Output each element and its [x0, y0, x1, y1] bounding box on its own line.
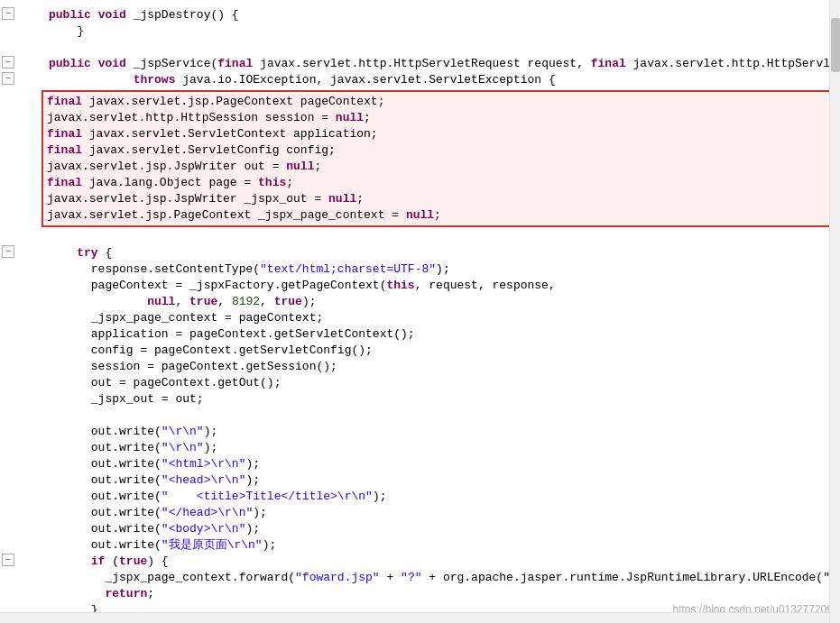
line-wrapper: config = pageContext.getServletConfig();: [0, 343, 840, 359]
line-wrapper: − try {: [0, 245, 840, 261]
table-row: final javax.servlet.ServletConfig config…: [47, 142, 835, 159]
table-row: final java.lang.Object page = this;: [47, 175, 835, 191]
line-wrapper: −public void _jspService(final javax.ser…: [0, 56, 840, 72]
fold-area: −: [0, 7, 16, 20]
line-content: if (true) {: [42, 554, 840, 570]
line-content: try {: [42, 245, 840, 261]
line-content: return;: [42, 586, 840, 602]
line-content: }: [42, 23, 840, 40]
table-row: javax.servlet.http.HttpSession session =…: [47, 110, 835, 126]
line-content: out = pageContext.getOut();: [42, 375, 840, 391]
line-wrapper: _jspx_out = out;: [0, 391, 840, 408]
line-content: public void _jspService(final javax.serv…: [42, 56, 840, 72]
line-wrapper: − if (true) {: [0, 554, 840, 570]
line-wrapper: out.write("</head>\r\n");: [0, 505, 840, 521]
line-content: out.write("</head>\r\n");: [42, 505, 840, 521]
line-wrapper: pageContext = _jspxFactory.getPageContex…: [0, 278, 840, 294]
table-row: final javax.servlet.ServletContext appli…: [47, 126, 835, 142]
vertical-scrollbar[interactable]: [829, 0, 840, 623]
table-row: final javax.servlet.jsp.PageContext page…: [47, 94, 835, 110]
line-wrapper: out.write("\r\n");: [0, 424, 840, 440]
line-content: out.write("\r\n");: [42, 424, 840, 440]
line-wrapper: out.write("我是原页面\r\n");: [0, 537, 840, 554]
line-wrapper: out.write("<body>\r\n");: [0, 521, 840, 537]
line-wrapper: out = pageContext.getOut();: [0, 375, 840, 391]
line-wrapper: application = pageContext.getServletCont…: [0, 326, 840, 343]
line-content: config = pageContext.getServletConfig();: [42, 343, 840, 359]
line-wrapper: }: [0, 23, 840, 40]
table-row: javax.servlet.jsp.JspWriter out = null;: [47, 159, 835, 175]
line-content: application = pageContext.getServletCont…: [42, 326, 840, 343]
fold-icon[interactable]: −: [2, 56, 14, 69]
line-wrapper: session = pageContext.getSession();: [0, 359, 840, 375]
fold-area: −: [0, 554, 16, 566]
line-wrapper: −public void _jspDestroy() {: [0, 7, 840, 23]
line-wrapper: null, true, 8192, true);: [0, 294, 840, 310]
code-editor: −public void _jspDestroy() { }−public vo…: [0, 0, 840, 623]
line-wrapper: _jspx_page_context.forward("foward.jsp" …: [0, 570, 840, 586]
horizontal-scrollbar[interactable]: [0, 612, 829, 623]
table-row: javax.servlet.jsp.JspWriter _jspx_out = …: [47, 191, 835, 207]
line-content: public void _jspDestroy() {: [42, 7, 840, 23]
line-content: out.write(" <title>Title</title>\r\n");: [42, 489, 840, 505]
line-content: out.write("<html>\r\n");: [42, 456, 840, 472]
table-row: javax.servlet.jsp.PageContext _jspx_page…: [47, 207, 835, 224]
line-wrapper: out.write("<html>\r\n");: [0, 456, 840, 472]
fold-icon[interactable]: −: [2, 7, 14, 20]
line-wrapper: [0, 408, 840, 424]
line-wrapper: out.write("<head>\r\n");: [0, 472, 840, 489]
fold-icon[interactable]: −: [2, 72, 14, 85]
line-wrapper: response.setContentType("text/html;chars…: [0, 261, 840, 278]
line-content: response.setContentType("text/html;chars…: [42, 261, 840, 278]
line-content: null, true, 8192, true);: [42, 294, 840, 310]
line-content: _jspx_out = out;: [42, 391, 840, 408]
scrollbar-thumb[interactable]: [831, 18, 840, 72]
line-content: pageContext = _jspxFactory.getPageContex…: [42, 278, 840, 294]
line-wrapper: out.write("\r\n");: [0, 440, 840, 456]
line-content: throws java.io.IOException, javax.servle…: [42, 72, 840, 88]
fold-area: −: [0, 245, 16, 258]
line-content: _jspx_page_context.forward("foward.jsp" …: [42, 570, 840, 586]
line-wrapper: [0, 229, 840, 245]
line-content: out.write("我是原页面\r\n");: [42, 537, 840, 554]
line-wrapper: [0, 40, 840, 56]
line-wrapper: _jspx_page_context = pageContext;: [0, 310, 840, 326]
fold-icon[interactable]: −: [2, 245, 14, 258]
line-wrapper: return;: [0, 586, 840, 602]
line-content: out.write("<head>\r\n");: [42, 472, 840, 489]
fold-icon[interactable]: −: [2, 554, 14, 566]
highlighted-block: final javax.servlet.jsp.PageContext page…: [42, 90, 840, 227]
fold-area: −: [0, 72, 16, 85]
line-content: session = pageContext.getSession();: [42, 359, 840, 375]
line-content: out.write("\r\n");: [42, 440, 840, 456]
line-wrapper: − throws java.io.IOException, javax.serv…: [0, 72, 840, 88]
line-content: _jspx_page_context = pageContext;: [42, 310, 840, 326]
line-wrapper: out.write(" <title>Title</title>\r\n");: [0, 489, 840, 505]
line-content: out.write("<body>\r\n");: [42, 521, 840, 537]
fold-area: −: [0, 56, 16, 69]
